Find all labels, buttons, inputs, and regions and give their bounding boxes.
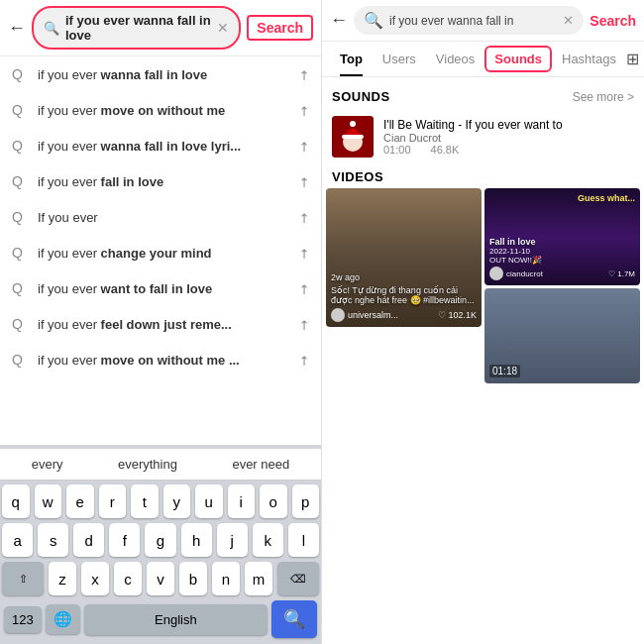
word-suggestion-2[interactable]: everything xyxy=(110,455,185,474)
suggestion-text-2: if you ever move on without me xyxy=(38,103,288,118)
video-outnow: OUT NOW!!🎉 xyxy=(489,256,635,265)
key-r[interactable]: r xyxy=(99,484,127,518)
suggestion-item-5[interactable]: Q If you ever ↗ xyxy=(0,199,321,235)
key-t[interactable]: t xyxy=(131,484,159,518)
video-overlay-1: 2w ago Sốc! Tự dừng đi thang cuốn cái đư… xyxy=(326,188,482,327)
keyboard-row-3: ⇧zxcvbnm⌫ xyxy=(0,562,321,595)
keyboard-search-key[interactable]: 🔍 xyxy=(271,600,317,638)
keyboard-bottom-row: 123 🌐 English 🔍 xyxy=(0,600,321,638)
key-p[interactable]: p xyxy=(292,484,320,518)
sound-info: I'll Be Waiting - If you ever want to Ci… xyxy=(383,118,634,156)
search-button[interactable]: Search xyxy=(247,15,313,41)
suggestion-item-4[interactable]: Q if you ever fall in love ↗ xyxy=(0,163,321,199)
back-arrow-icon[interactable]: ← xyxy=(8,18,26,39)
sound-thumbnail xyxy=(332,116,374,158)
suggestion-item-7[interactable]: Q if you ever want to fall in love ↗ xyxy=(0,270,321,306)
key-u[interactable]: u xyxy=(195,484,223,518)
results-area: SOUNDS See more > I'll Be Waiting - If xyxy=(322,77,644,644)
video-user-2: cianducrot ♡ 1.7M xyxy=(489,267,635,280)
sound-meta: 01:00 46.8K xyxy=(383,144,634,156)
suggestion-item-9[interactable]: Q if you ever move on without me ... ↗ xyxy=(0,342,321,377)
video-top-2: Guess what... xyxy=(489,193,635,203)
see-more-sounds[interactable]: See more > xyxy=(573,90,634,104)
video-date-1: 2w ago xyxy=(331,272,477,282)
key-o[interactable]: o xyxy=(260,484,287,518)
search-q-icon: Q xyxy=(12,280,28,296)
shift-key[interactable]: ⇧ xyxy=(2,562,44,595)
right-back-arrow[interactable]: ← xyxy=(330,10,348,31)
key-i[interactable]: i xyxy=(228,484,256,518)
tab-users[interactable]: Users xyxy=(373,42,426,76)
right-clear-btn[interactable]: ✕ xyxy=(563,13,574,28)
username-1: universalm... xyxy=(348,310,398,320)
arrow-icon-2: ↗ xyxy=(294,101,312,119)
suggestion-item-2[interactable]: Q if you ever move on without me ↗ xyxy=(0,92,321,128)
key-e[interactable]: e xyxy=(66,484,94,518)
key-d[interactable]: d xyxy=(73,523,104,557)
username-2: cianducrot xyxy=(506,269,543,278)
search-input-container[interactable]: 🔍 if you ever wanna fall in love ✕ xyxy=(32,6,241,50)
video-item-1[interactable]: 2w ago Sốc! Tự dừng đi thang cuốn cái đư… xyxy=(326,188,482,327)
tab-hashtags[interactable]: Hashtags xyxy=(552,42,626,76)
key-w[interactable]: w xyxy=(35,484,62,518)
right-search-input-container[interactable]: 🔍 if you ever wanna fall in ✕ xyxy=(354,6,584,35)
key-a[interactable]: a xyxy=(2,523,33,557)
key-q[interactable]: q xyxy=(2,484,30,518)
video-user-1: universalm... ♡ 102.1K xyxy=(331,308,477,322)
keyboard-row-2: asdfghjkl xyxy=(0,523,321,557)
globe-key[interactable]: 🌐 xyxy=(46,604,80,634)
key-l[interactable]: l xyxy=(288,523,319,557)
delete-key[interactable]: ⌫ xyxy=(277,562,319,595)
search-q-icon: Q xyxy=(12,102,28,118)
suggestion-item-3[interactable]: Q if you ever wanna fall in love lyri...… xyxy=(0,128,321,163)
video-item-2[interactable]: Guess what... Fall in love 2022-11-10 OU… xyxy=(484,188,640,285)
search-q-icon: Q xyxy=(12,316,28,332)
suggestion-item-6[interactable]: Q if you ever change your mind ↗ xyxy=(0,235,321,270)
key-x[interactable]: x xyxy=(81,562,109,595)
suggestion-item-1[interactable]: Q if you ever wanna fall in love ↗ xyxy=(0,56,321,92)
clear-button[interactable]: ✕ xyxy=(217,20,229,36)
video-item-3[interactable]: 01:18 xyxy=(484,288,640,383)
key-k[interactable]: k xyxy=(253,523,283,557)
suggestion-text-7: if you ever want to fall in love xyxy=(38,281,288,296)
search-q-icon: Q xyxy=(12,66,28,82)
filter-icon[interactable]: ⊞ xyxy=(626,50,639,68)
video-bottom-1: 2w ago Sốc! Tự dừng đi thang cuốn cái đư… xyxy=(331,272,477,322)
right-search-icon: 🔍 xyxy=(364,11,383,30)
svg-rect-3 xyxy=(342,135,364,139)
num-key[interactable]: 123 xyxy=(4,606,42,633)
sound-item[interactable]: I'll Be Waiting - If you ever want to Ci… xyxy=(322,110,644,163)
key-z[interactable]: z xyxy=(49,562,76,595)
tab-top[interactable]: Top xyxy=(330,42,373,76)
tab-sounds[interactable]: Sounds xyxy=(484,46,552,72)
key-j[interactable]: j xyxy=(217,523,248,557)
key-g[interactable]: g xyxy=(145,523,175,557)
word-suggestion-3[interactable]: ever need xyxy=(224,455,297,474)
key-m[interactable]: m xyxy=(245,562,272,595)
key-y[interactable]: y xyxy=(163,484,191,518)
arrow-icon-3: ↗ xyxy=(294,137,312,155)
key-v[interactable]: v xyxy=(147,562,174,595)
english-key[interactable]: English xyxy=(84,604,268,635)
tab-videos[interactable]: Videos xyxy=(426,42,485,76)
right-search-button[interactable]: Search xyxy=(590,13,636,29)
right-search-bar: ← 🔍 if you ever wanna fall in ✕ Search xyxy=(322,0,644,42)
key-n[interactable]: n xyxy=(212,562,240,595)
video-desc-1: Sốc! Tự dừng đi thang cuốn cái được nghe… xyxy=(331,285,477,305)
word-suggestion-1[interactable]: every xyxy=(24,455,71,474)
key-f[interactable]: f xyxy=(109,523,140,557)
key-c[interactable]: c xyxy=(114,562,142,595)
key-h[interactable]: h xyxy=(181,523,212,557)
key-s[interactable]: s xyxy=(38,523,68,557)
suggestion-text-9: if you ever move on without me ... xyxy=(38,353,288,368)
video-overlay-2: Guess what... Fall in love 2022-11-10 OU… xyxy=(484,188,640,285)
suggestion-text-8: if you ever feel down just reme... xyxy=(38,317,288,332)
arrow-icon-8: ↗ xyxy=(294,315,312,333)
arrow-icon-9: ↗ xyxy=(294,351,312,369)
word-suggestions-row: every everything ever need xyxy=(0,449,321,481)
suggestion-item-8[interactable]: Q if you ever feel down just reme... ↗ xyxy=(0,306,321,342)
search-input-text[interactable]: if you ever wanna fall in love xyxy=(65,13,211,43)
video-bottom-2: Fall in love 2022-11-10 OUT NOW!!🎉 ciand… xyxy=(489,237,635,280)
search-q-icon: Q xyxy=(12,209,28,225)
key-b[interactable]: b xyxy=(179,562,207,595)
